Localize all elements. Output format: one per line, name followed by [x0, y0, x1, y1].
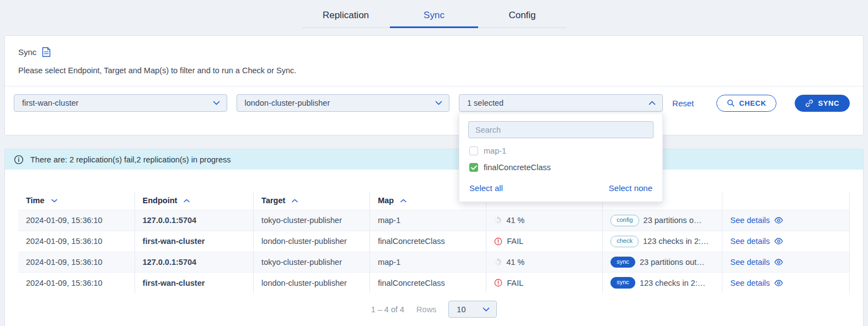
- cell-time: 2024-01-09, 15:36:10: [18, 210, 135, 231]
- search-icon: [727, 99, 735, 107]
- chevron-down-icon: [213, 101, 220, 105]
- cell-map: map-1: [370, 252, 486, 273]
- sort-asc-icon: [292, 195, 298, 204]
- info-icon: [14, 155, 24, 165]
- chevron-down-icon: [435, 101, 442, 105]
- tab-config[interactable]: Config: [478, 7, 566, 28]
- sync-button-label: SYNC: [818, 99, 839, 107]
- eye-icon: [774, 280, 783, 286]
- cell-map: finalConcreteClass: [370, 273, 486, 293]
- sort-desc-icon: [51, 195, 57, 204]
- tab-bar: Replication Sync Config: [0, 0, 868, 28]
- replication-table: Time Endpoint Target Map: [18, 192, 850, 293]
- document-icon[interactable]: [42, 47, 51, 57]
- pagination-range: 1 – 4 of 4: [371, 305, 404, 314]
- target-select[interactable]: london-cluster-publisher: [237, 94, 450, 112]
- map-multiselect-wrap: 1 selected map-1: [459, 94, 663, 112]
- chevron-down-icon: [483, 307, 490, 312]
- table-row: 2024-01-09, 15:36:10 127.0.0.1:5704 toky…: [18, 252, 850, 273]
- reset-link[interactable]: Reset: [672, 99, 694, 108]
- operation-badge: sync: [610, 257, 635, 268]
- target-select-value: london-cluster-publisher: [245, 99, 330, 107]
- operation-info: 23 partitions out…: [640, 258, 705, 267]
- column-header-target[interactable]: Target: [254, 192, 370, 210]
- spinner-icon: [494, 216, 502, 224]
- cell-endpoint: first-wan-cluster: [135, 273, 254, 293]
- see-details-link[interactable]: See details: [730, 216, 783, 225]
- cell-details: See details: [722, 273, 850, 293]
- sync-button[interactable]: SYNC: [795, 95, 850, 112]
- operation-badge: check: [610, 236, 639, 247]
- cell-target: london-cluster-publisher: [254, 273, 370, 293]
- operation-badge: config: [610, 215, 639, 226]
- table-row: 2024-01-09, 15:36:10 first-wan-cluster l…: [18, 273, 850, 293]
- filter-row: first-wan-cluster london-cluster-publish…: [5, 86, 863, 135]
- check-button[interactable]: CHECK: [716, 95, 776, 112]
- cell-details: See details: [722, 252, 850, 273]
- column-header-details: [722, 192, 850, 210]
- see-details-link[interactable]: See details: [730, 279, 783, 287]
- operation-info: 123 checks in 2:…: [643, 237, 709, 246]
- cell-details: See details: [722, 210, 850, 231]
- map-dropdown-footer: Select all Select none: [468, 176, 653, 195]
- cell-target: tokyo-cluster-publisher: [254, 252, 370, 273]
- map-multiselect-value: 1 selected: [467, 99, 503, 107]
- pagination: 1 – 4 of 4 Rows 10: [5, 301, 863, 318]
- operation-info: 123 checks in 2:…: [640, 279, 705, 287]
- checkbox-unchecked-icon[interactable]: [469, 146, 478, 155]
- map-option-map-1[interactable]: map-1: [468, 143, 653, 159]
- cell-status: 41 %: [486, 210, 603, 231]
- endpoint-select[interactable]: first-wan-cluster: [14, 94, 227, 112]
- status-banner: There are: 2 replication(s) fail,2 repli…: [5, 149, 863, 170]
- spinner-icon: [494, 258, 502, 266]
- status-banner-text: There are: 2 replication(s) fail,2 repli…: [30, 155, 231, 164]
- operation-badge: sync: [610, 277, 635, 289]
- cell-operation: check 123 checks in 2:…: [603, 231, 722, 252]
- column-header-time[interactable]: Time: [18, 192, 135, 210]
- rows-per-page-value: 10: [457, 305, 465, 314]
- eye-icon: [774, 259, 783, 265]
- cell-map: map-1: [370, 210, 486, 231]
- cell-target: london-cluster-publisher: [254, 231, 370, 252]
- alert-circle-icon: [494, 237, 502, 246]
- results-panel: There are: 2 replication(s) fail,2 repli…: [4, 149, 864, 326]
- select-all-link[interactable]: Select all: [469, 183, 503, 193]
- cell-operation: sync 123 checks in 2:…: [603, 273, 722, 293]
- cell-map: finalConcreteClass: [370, 231, 486, 252]
- sync-page: Replication Sync Config Sync Please sele…: [0, 0, 868, 326]
- cell-time: 2024-01-09, 15:36:10: [18, 273, 135, 293]
- see-details-link[interactable]: See details: [730, 258, 783, 267]
- table-row: 2024-01-09, 15:36:10 127.0.0.1:5704 toky…: [18, 210, 850, 231]
- cell-endpoint: first-wan-cluster: [135, 231, 254, 252]
- map-multiselect[interactable]: 1 selected: [459, 94, 663, 112]
- cell-operation: sync 23 partitions out…: [603, 252, 722, 273]
- tab-replication[interactable]: Replication: [302, 7, 390, 28]
- checkbox-checked-icon[interactable]: [469, 163, 478, 172]
- map-search-input[interactable]: [468, 121, 653, 138]
- chevron-up-icon: [649, 101, 656, 105]
- eye-icon: [774, 217, 783, 224]
- operation-info: 23 partitions o…: [644, 216, 702, 225]
- cell-endpoint: 127.0.0.1:5704: [135, 210, 254, 231]
- select-none-link[interactable]: Select none: [609, 183, 652, 193]
- map-dropdown: map-1 finalConcreteClass Select all Sele…: [459, 113, 663, 202]
- cell-status: FAIL: [486, 273, 603, 293]
- endpoint-select-value: first-wan-cluster: [22, 99, 78, 107]
- sort-asc-icon: [184, 195, 190, 204]
- link-icon: [805, 99, 813, 107]
- check-button-label: CHECK: [739, 99, 766, 107]
- rows-per-page-label: Rows: [416, 305, 436, 314]
- column-header-endpoint[interactable]: Endpoint: [135, 192, 254, 210]
- alert-circle-icon: [494, 279, 502, 287]
- table-header-row: Time Endpoint Target Map: [18, 192, 850, 210]
- map-option-finalconcreteclass[interactable]: finalConcreteClass: [468, 159, 653, 176]
- option-label: finalConcreteClass: [484, 163, 551, 172]
- panel-description: Please select Endpoint, Target and Map(s…: [5, 66, 863, 75]
- cell-time: 2024-01-09, 15:36:10: [18, 252, 135, 273]
- option-label: map-1: [484, 146, 506, 155]
- see-details-link[interactable]: See details: [730, 237, 783, 246]
- rows-per-page-select[interactable]: 10: [448, 301, 497, 318]
- panel-title: Sync: [18, 47, 36, 57]
- cell-time: 2024-01-09, 15:36:10: [18, 231, 135, 252]
- tab-sync[interactable]: Sync: [390, 7, 478, 28]
